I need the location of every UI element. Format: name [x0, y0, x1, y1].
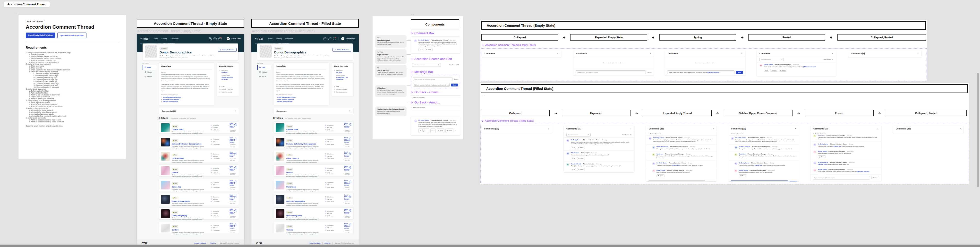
message-input[interactable]: Type anything, or @Mention anyone [648, 180, 705, 182]
reply-count-button[interactable]: 3 [571, 146, 576, 149]
search-input[interactable]: Search annotations [759, 58, 784, 61]
comment-author[interactable]: Dr. Emily Carter [571, 139, 581, 140]
comments-accordion-header[interactable]: Comments (22) ∨ [893, 126, 964, 132]
back-to-comments-bar[interactable]: ‹ Back to Comments [811, 132, 881, 135]
send-button[interactable]: Send [451, 84, 458, 86]
comment-author[interactable]: Robert Smith [739, 169, 748, 171]
reply-button[interactable]: Reply [577, 157, 585, 160]
table-name-link[interactable]: Clinic Centers [286, 157, 323, 159]
back-to-annotations-bar[interactable]: ‹ Back to Annotations [411, 106, 460, 109]
help-button[interactable]: ? [213, 37, 216, 40]
reply-button[interactable]: Reply [577, 146, 585, 149]
comment-author[interactable]: Sarah Lee [739, 153, 746, 155]
chevron-down-icon[interactable]: ∨ [235, 110, 236, 112]
table-card[interactable]: Table Donor Geography This dataset conta… [273, 207, 354, 220]
cancel-button[interactable]: Cancel [872, 176, 879, 179]
add-to-collection-button[interactable]: Add to Collection [218, 48, 237, 52]
bookmark-icon[interactable] [235, 166, 237, 168]
sort-control[interactable]: Most Recent [622, 134, 632, 135]
reply-button[interactable]: Reply [437, 129, 444, 133]
message-input[interactable]: Type anything, or @Mention anyone [576, 70, 646, 74]
notifications-button[interactable] [218, 37, 221, 40]
add-to-collection-button[interactable]: Add to Collection [332, 48, 351, 52]
message-input[interactable]: Type anything, or @Mention anyone [813, 176, 870, 180]
comment-author[interactable]: Dr. Emily Carter [818, 161, 829, 163]
bookmark-icon[interactable] [349, 166, 352, 168]
bookmark-icon[interactable] [349, 123, 352, 125]
message-input[interactable]: Type anything, or @Mention anyone [413, 77, 452, 81]
notifications-button[interactable] [333, 37, 336, 40]
comment-author[interactable]: Michael Johnson [657, 146, 668, 147]
related-dataset-link[interactable]: Donor Management System [277, 96, 296, 98]
send-button[interactable]: Send [736, 71, 743, 74]
data-owner-link[interactable]: Jim Scott [336, 72, 351, 73]
table-card[interactable]: Table Clinical Trials This dataset conta… [159, 121, 239, 134]
comment-author[interactable]: Dr. Emily Carter [739, 162, 749, 164]
related-dataset-link[interactable]: Donor Persona Database [163, 99, 179, 100]
footer-link[interactable]: About Us [325, 242, 330, 244]
related-dataset-link[interactable]: Donor Persona Database [277, 99, 294, 100]
comment-author[interactable]: Michael Johnson [739, 146, 750, 147]
delete-button[interactable]: Delete [779, 69, 787, 72]
footer-link[interactable]: About Us [210, 242, 216, 244]
reply-count-button[interactable]: 3 [571, 157, 576, 160]
table-name-link[interactable]: Clinic Centers [172, 157, 208, 159]
footer-link[interactable]: Product Feedback [194, 242, 206, 244]
send-button[interactable]: Send [789, 181, 797, 182]
table-card[interactable]: Table Clinical Trials This dataset conta… [273, 121, 354, 134]
reply-count-button[interactable]: 0 [764, 69, 769, 72]
comments-accordion-header[interactable]: Comments ∧ [573, 50, 654, 57]
comment-author[interactable]: Sarah Lee [818, 135, 824, 136]
table-name-link[interactable]: Immune Deficiency Demographics [286, 143, 323, 145]
table-name-link[interactable]: Donor Geography [286, 214, 323, 217]
table-name-link[interactable]: Centers [286, 229, 323, 231]
more-options-button[interactable]: ⋮ [454, 129, 457, 133]
reply-count-button[interactable]: 3 [418, 48, 424, 51]
cancel-button[interactable]: Cancel [647, 72, 651, 73]
bookmark-icon[interactable] [235, 137, 237, 140]
comment-author[interactable]: Robert Smith [818, 169, 827, 170]
comment-author[interactable]: Robert Smith [818, 151, 827, 152]
table-name-link[interactable]: Donor Demographics [286, 200, 323, 202]
table-name-link[interactable]: Donor App [172, 186, 208, 188]
reply-button[interactable]: Reply [425, 48, 433, 51]
table-card[interactable]: Table Donors This dataset contains plasm… [159, 164, 239, 177]
user-avatar[interactable]: RS [227, 37, 230, 40]
bookmark-icon[interactable] [349, 223, 352, 226]
nav-link[interactable]: Collections [285, 38, 293, 40]
back-to-comments-bar[interactable]: ‹ Back to Comments [411, 96, 460, 99]
table-card[interactable]: Table Clinic Centers This dataset contai… [159, 150, 239, 162]
bookmark-icon[interactable] [235, 223, 237, 226]
cancel-button[interactable]: Cancel [454, 78, 458, 80]
table-card[interactable]: Table Donor App This dataset contains pl… [273, 179, 354, 191]
table-card[interactable]: Table Donor App This dataset contains pl… [159, 179, 239, 191]
related-dataset-link[interactable]: Plasma Donor Records [163, 101, 178, 102]
sort-control[interactable]: Most Recent [449, 64, 459, 65]
delete-button[interactable]: Delete [739, 174, 747, 177]
table-name-link[interactable]: Clinical Trials [286, 129, 323, 131]
canvas-page-tab[interactable]: Accordion Comment Thread [4, 2, 50, 7]
table-card[interactable]: Table Clinic Centers This dataset contai… [273, 150, 354, 162]
reply-button[interactable]: Reply [577, 168, 585, 171]
delete-button[interactable]: Delete [445, 129, 453, 133]
table-name-link[interactable]: Donors [172, 172, 208, 174]
nav-link[interactable]: Collections [171, 38, 178, 40]
comments-accordion-header[interactable]: Comments (21) ∨ [481, 126, 552, 132]
bookmark-icon[interactable] [349, 195, 352, 197]
nav-link[interactable]: Catalog [162, 38, 167, 40]
comment-author[interactable]: Dr. Emily Carter [735, 137, 746, 139]
comments-accordion-header[interactable]: Comments ∨ [482, 50, 561, 57]
bookmark-icon[interactable] [235, 209, 237, 211]
comments-accordion-header[interactable]: Comments ∧ [757, 50, 836, 57]
open-empty-prototype-button[interactable]: Open Empty State Prototype [26, 33, 56, 38]
sidebar-item[interactable]: Ask AI [143, 74, 157, 79]
bookmark-icon[interactable] [235, 180, 237, 183]
sidebar-item[interactable]: History [257, 70, 271, 74]
back-to-comments-bar[interactable]: ‹ Back to Comments [646, 132, 716, 135]
comment-author[interactable]: Robert Smith [657, 169, 665, 171]
comments-accordion-header[interactable]: Comments (21) ∧ [729, 126, 799, 132]
comment-author[interactable]: Dr. Emily Carter [418, 39, 429, 41]
comments-accordion-header[interactable]: Comments ∧ [665, 50, 745, 57]
table-name-link[interactable]: Centers [172, 229, 208, 231]
table-card[interactable]: Table Immune Deficiency Demographics Thi… [273, 136, 354, 148]
